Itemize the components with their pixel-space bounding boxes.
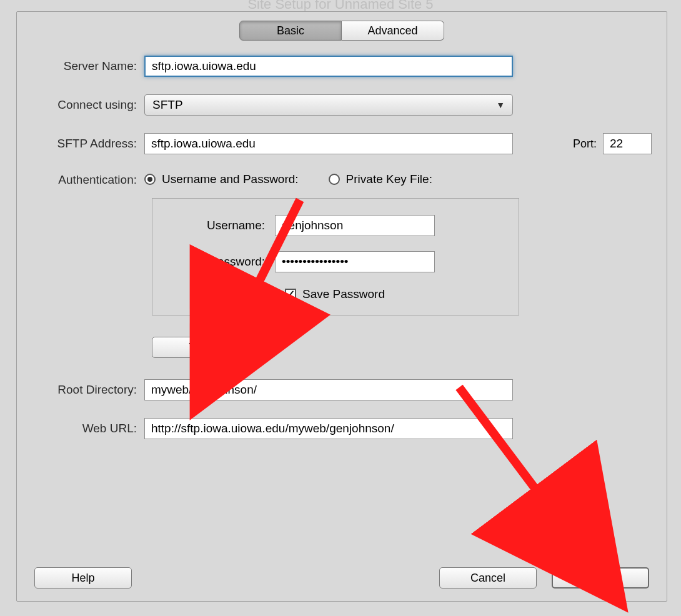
save-password-label: Save Password [302, 287, 385, 301]
connect-using-value: SFTP [152, 98, 183, 112]
checkbox-icon [285, 289, 296, 300]
root-directory-input[interactable] [144, 379, 513, 400]
root-directory-label: Root Directory: [32, 383, 144, 397]
server-name-input[interactable] [144, 56, 513, 77]
username-input[interactable] [275, 215, 435, 236]
bottom-button-bar: Help Cancel Save [32, 567, 652, 589]
radio-icon [144, 174, 156, 185]
tab-strip: Basic Advanced [32, 21, 652, 41]
test-button[interactable]: Test [152, 337, 247, 358]
connect-using-label: Connect using: [32, 98, 144, 112]
settings-panel: Basic Advanced Server Name: Connect usin… [16, 11, 667, 602]
web-url-input[interactable] [144, 418, 513, 439]
save-button[interactable]: Save [552, 567, 649, 589]
password-label: Password: [169, 255, 275, 269]
authentication-label: Authentication: [32, 172, 144, 187]
help-button[interactable]: Help [34, 567, 132, 589]
web-url-label: Web URL: [32, 422, 144, 435]
auth-privatekey-label: Private Key File: [346, 172, 432, 186]
tab-advanced[interactable]: Advanced [342, 21, 444, 41]
connect-using-dropdown[interactable]: SFTP ▼ [144, 94, 513, 116]
password-input[interactable] [275, 251, 435, 272]
auth-radio-privatekey[interactable]: Private Key File: [329, 172, 432, 186]
auth-radio-userpass[interactable]: Username and Password: [144, 172, 299, 186]
sftp-address-input[interactable] [144, 133, 513, 154]
auth-userpass-label: Username and Password: [162, 172, 299, 186]
save-password-checkbox[interactable]: Save Password [285, 287, 502, 301]
sftp-address-label: SFTP Address: [32, 137, 144, 151]
chevron-down-icon: ▼ [496, 100, 505, 110]
cancel-button[interactable]: Cancel [439, 567, 537, 589]
server-name-label: Server Name: [32, 59, 144, 73]
credentials-group: Username: Password: Save Password [152, 198, 519, 315]
username-label: Username: [169, 219, 275, 232]
radio-icon [329, 174, 340, 185]
port-label: Port: [573, 137, 597, 151]
port-input[interactable] [603, 133, 652, 154]
tab-basic[interactable]: Basic [239, 21, 342, 41]
